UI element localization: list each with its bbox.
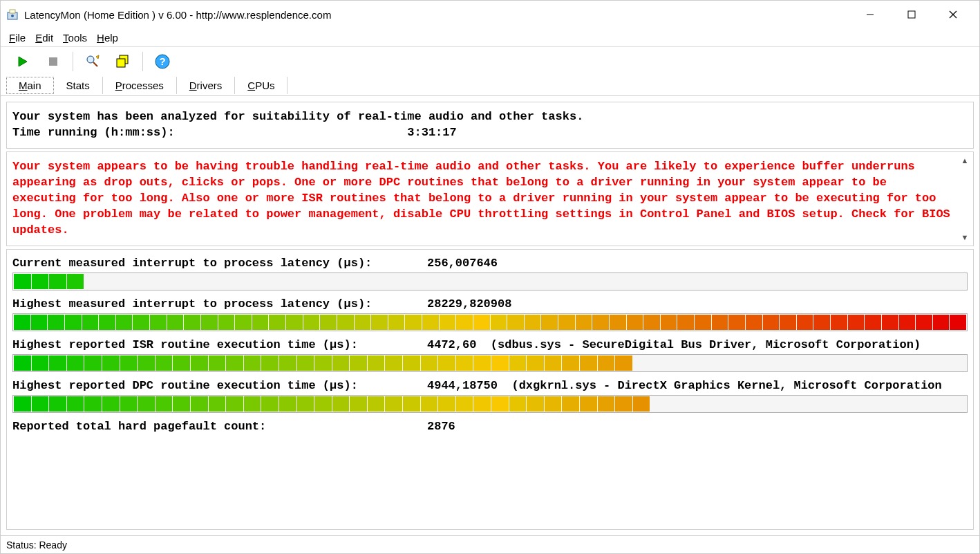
metric-value: 4472,60 <box>427 338 476 351</box>
metric-bar <box>12 354 968 372</box>
menu-tools[interactable]: Tools <box>63 32 87 44</box>
metric-bar <box>12 273 968 290</box>
scroll-up-icon[interactable]: ▲ <box>959 155 970 166</box>
tab-cpus[interactable]: CPUs <box>235 77 288 94</box>
metric-value: 4944,18750 <box>427 379 498 392</box>
metric-row: Highest measured interrupt to process la… <box>12 297 968 331</box>
summary-line: Your system has been analyzed for suitab… <box>12 109 968 125</box>
svg-point-9 <box>87 56 94 63</box>
window-controls <box>849 2 974 27</box>
svg-line-10 <box>93 62 97 66</box>
warning-panel: ▲ Your system appears to be having troub… <box>6 151 974 246</box>
tab-processes[interactable]: Processes <box>103 77 177 94</box>
metric-label: Highest reported DPC routine execution t… <box>12 379 427 392</box>
time-running-value: 3:31:17 <box>407 125 456 141</box>
app-icon <box>6 8 19 21</box>
menu-edit[interactable]: Edit <box>35 32 53 44</box>
scroll-down-icon[interactable]: ▼ <box>959 232 970 243</box>
menu-file[interactable]: File <box>9 32 26 44</box>
content-area: Your system has been analyzed for suitab… <box>1 96 979 535</box>
menubar: File Edit Tools Help <box>1 28 979 46</box>
play-button[interactable] <box>9 49 37 74</box>
minimize-button[interactable] <box>849 2 891 27</box>
summary-panel: Your system has been analyzed for suitab… <box>6 102 974 149</box>
statusbar: Status: Ready <box>1 535 979 553</box>
svg-rect-13 <box>117 59 125 67</box>
metric-label: Reported total hard pagefault count: <box>12 420 427 433</box>
time-running-row: Time running (h:mm:ss): 3:31:17 <box>12 125 968 141</box>
window-title: LatencyMon (Home Edition ) v 6.00 - http… <box>24 9 849 21</box>
toolbar: ? <box>1 46 979 75</box>
windows-icon[interactable] <box>109 49 137 74</box>
tab-stats[interactable]: Stats <box>54 77 103 94</box>
metric-value: 2876 <box>427 420 455 433</box>
toolbar-separator <box>73 52 73 71</box>
tab-main[interactable]: Main <box>6 77 54 94</box>
tab-drivers[interactable]: Drivers <box>177 77 236 94</box>
help-icon[interactable]: ? <box>149 49 176 74</box>
titlebar: LatencyMon (Home Edition ) v 6.00 - http… <box>1 1 979 28</box>
warning-text: Your system appears to be having trouble… <box>12 159 957 239</box>
status-text: Status: Ready <box>6 539 67 551</box>
search-icon[interactable] <box>79 49 106 74</box>
metric-row: Highest reported DPC routine execution t… <box>12 379 968 413</box>
metric-row: Current measured interrupt to process la… <box>12 257 968 290</box>
metric-extra: (dxgkrnl.sys - DirectX Graphics Kernel, … <box>498 379 942 392</box>
close-button[interactable] <box>932 2 974 27</box>
tabbar: Main Stats Processes Drivers CPUs <box>1 75 979 96</box>
metric-bar <box>12 395 968 413</box>
metrics-panel: Current measured interrupt to process la… <box>6 249 974 530</box>
metric-row: Reported total hard pagefault count: 287… <box>12 420 968 433</box>
time-running-label: Time running (h:mm:ss): <box>12 125 407 141</box>
metric-label: Highest measured interrupt to process la… <box>12 297 427 311</box>
metric-extra: (sdbus.sys - SecureDigital Bus Driver, M… <box>476 338 921 351</box>
toolbar-separator <box>142 52 143 71</box>
svg-point-2 <box>11 15 14 17</box>
svg-rect-1 <box>10 10 15 13</box>
svg-text:?: ? <box>159 55 165 67</box>
svg-marker-7 <box>19 57 27 66</box>
menu-help[interactable]: Help <box>97 32 118 44</box>
metric-value: 256,007646 <box>427 257 498 270</box>
metric-label: Current measured interrupt to process la… <box>12 257 427 270</box>
svg-rect-8 <box>49 57 57 66</box>
metric-value: 28229,820908 <box>427 297 511 311</box>
maximize-button[interactable] <box>891 2 932 27</box>
metric-label: Highest reported ISR routine execution t… <box>12 338 427 351</box>
metric-row: Highest reported ISR routine execution t… <box>12 338 968 372</box>
svg-marker-11 <box>96 55 99 59</box>
metric-bar <box>12 313 968 331</box>
stop-button[interactable] <box>39 49 67 74</box>
svg-rect-4 <box>908 11 915 18</box>
